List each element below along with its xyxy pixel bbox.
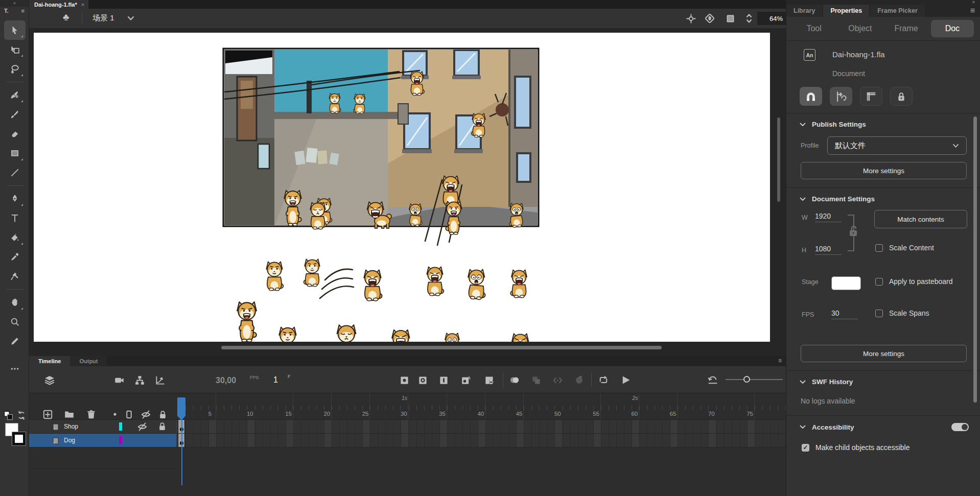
frame-ruler[interactable]: 510152025303540455055606570751s2s — [176, 393, 786, 420]
outline-view-header-icon[interactable] — [124, 409, 134, 419]
collapse-panel-icon[interactable]: « — [0, 0, 29, 7]
tab-output[interactable]: Output — [70, 356, 107, 366]
dog-scream[interactable] — [364, 270, 382, 300]
loop-frames-icon[interactable] — [574, 375, 584, 385]
scene-name[interactable]: 场景 1 — [92, 13, 114, 23]
apply-pasteboard-checkbox[interactable] — [875, 278, 883, 286]
layers-view-icon[interactable] — [44, 375, 55, 385]
onion-skin-icon[interactable] — [509, 375, 520, 385]
layer-locked-icon[interactable] — [158, 422, 167, 431]
insert-frame-icon[interactable] — [438, 375, 449, 385]
document-tab[interactable]: Dai-hoang-1.fla* × — [29, 0, 88, 9]
reset-timeline-zoom-icon[interactable] — [708, 375, 718, 385]
subtab-frame[interactable]: Frame — [885, 20, 928, 37]
rotation-tool-icon[interactable] — [705, 13, 715, 23]
current-frame-value[interactable]: 1 — [273, 375, 278, 385]
height-input[interactable]: 1080 — [815, 245, 842, 255]
insert-blank-keyframe-icon[interactable] — [417, 375, 428, 385]
selection-tool-button[interactable] — [4, 20, 26, 40]
scene-dropdown-icon[interactable] — [127, 16, 134, 21]
dog-sit[interactable] — [278, 327, 296, 342]
layer-row-dog[interactable]: Dog — [29, 434, 176, 447]
clip-content-icon[interactable] — [726, 14, 735, 23]
dog-sit[interactable] — [304, 259, 320, 287]
timeline-menu-icon[interactable]: ≡ — [778, 357, 782, 364]
publish-settings-header[interactable]: Publish Settings — [786, 121, 980, 128]
layer-row-shop[interactable]: Shop — [29, 420, 176, 434]
zoom-tool-button[interactable] — [4, 312, 26, 332]
lock-all-header-icon[interactable] — [157, 409, 168, 419]
match-contents-button[interactable]: Match contents — [874, 210, 967, 228]
layer-outline-color[interactable] — [119, 422, 122, 431]
layer-parenting-icon[interactable] — [134, 375, 145, 385]
center-stage-icon[interactable] — [686, 14, 696, 23]
dog-sleep[interactable] — [337, 325, 357, 342]
pencil-tool-button[interactable] — [4, 332, 26, 351]
play-icon[interactable] — [621, 375, 631, 385]
subtab-tool[interactable]: Tool — [792, 20, 835, 37]
fluid-brush-tool-button[interactable] — [4, 85, 26, 105]
fps-value[interactable]: 30,00 — [216, 376, 236, 385]
line-tool-button[interactable] — [4, 163, 26, 182]
stroke-color-swatch[interactable] — [12, 432, 26, 445]
zoom-stepper[interactable] — [745, 13, 753, 24]
layer-hidden-icon[interactable] — [137, 422, 147, 432]
dog-sit[interactable] — [266, 262, 283, 291]
more-tools-button[interactable] — [4, 359, 26, 379]
camera-icon[interactable] — [114, 375, 124, 385]
width-input[interactable]: 1920 — [815, 212, 842, 222]
dog-scream[interactable] — [510, 270, 527, 298]
graph-editor-icon[interactable] — [155, 375, 165, 385]
pen-tool-button[interactable] — [4, 189, 26, 208]
new-layer-icon[interactable] — [42, 409, 53, 419]
document-settings-header[interactable]: Document Settings — [786, 195, 980, 203]
canvas-horizontal-scrollbar[interactable] — [221, 346, 662, 349]
subtab-doc[interactable]: Doc — [931, 20, 974, 37]
accessibility-header[interactable]: Accessibility — [786, 423, 980, 431]
rectangle-tool-button[interactable] — [4, 144, 26, 163]
tab-timeline[interactable]: Timeline — [29, 356, 70, 366]
accessibility-toggle[interactable] — [951, 423, 969, 431]
close-tab-icon[interactable]: × — [81, 2, 84, 8]
dog-angry[interactable] — [504, 334, 528, 342]
eyedropper-tool-button[interactable] — [4, 247, 26, 267]
dog-angry[interactable] — [392, 330, 418, 342]
properties-vertical-scrollbar[interactable] — [973, 116, 977, 403]
layer-name[interactable]: Dog — [64, 437, 75, 444]
frames-area[interactable]: 510152025303540455055606570751s2s — [176, 393, 786, 496]
loop-playback-icon[interactable] — [598, 375, 609, 385]
rulers-button[interactable] — [860, 87, 882, 106]
swap-colors-icon[interactable] — [4, 411, 14, 421]
symbol-edit-icon[interactable]: ♣ — [63, 12, 69, 23]
make-child-accessible-checkbox[interactable]: ✓ — [802, 444, 809, 452]
frame-row-shop[interactable] — [176, 420, 786, 434]
lock-guides-button[interactable] — [890, 87, 913, 106]
playhead[interactable] — [177, 397, 185, 416]
layer-name[interactable]: Shop — [64, 423, 78, 430]
hand-tool-button[interactable] — [4, 293, 26, 312]
outline-color-header-icon[interactable] — [110, 409, 120, 419]
dog-scream[interactable] — [427, 267, 444, 296]
frame-row-dog[interactable] — [176, 434, 786, 447]
fps-input[interactable]: 30 — [831, 309, 858, 319]
dog-stand[interactable] — [237, 302, 256, 342]
timeline-zoom-knob[interactable] — [743, 376, 750, 383]
stage-canvas[interactable] — [34, 33, 770, 342]
snap-align-button[interactable] — [830, 87, 852, 106]
subselection-tool-button[interactable] — [4, 40, 26, 59]
link-wh-icon[interactable] — [844, 213, 859, 253]
snap-to-objects-button[interactable] — [800, 87, 822, 106]
subtab-object[interactable]: Object — [838, 20, 881, 37]
collapse-panel-right-icon[interactable]: » — [972, 0, 975, 5]
properties-menu-icon[interactable]: ≡ — [970, 6, 975, 15]
lasso-tool-button[interactable] — [4, 59, 26, 79]
delete-layer-icon[interactable] — [86, 409, 96, 419]
panel-menu-icon[interactable]: ≡ — [21, 8, 25, 14]
scale-spans-checkbox[interactable] — [875, 310, 883, 317]
eraser-tool-button[interactable] — [4, 124, 26, 144]
timeline-zoom-slider[interactable] — [726, 379, 783, 380]
paint-bucket-tool-button[interactable] — [4, 228, 26, 247]
remove-frame-icon[interactable] — [484, 375, 494, 385]
dog-shock[interactable] — [444, 333, 459, 342]
canvas-vertical-scrollbar[interactable] — [777, 117, 780, 202]
